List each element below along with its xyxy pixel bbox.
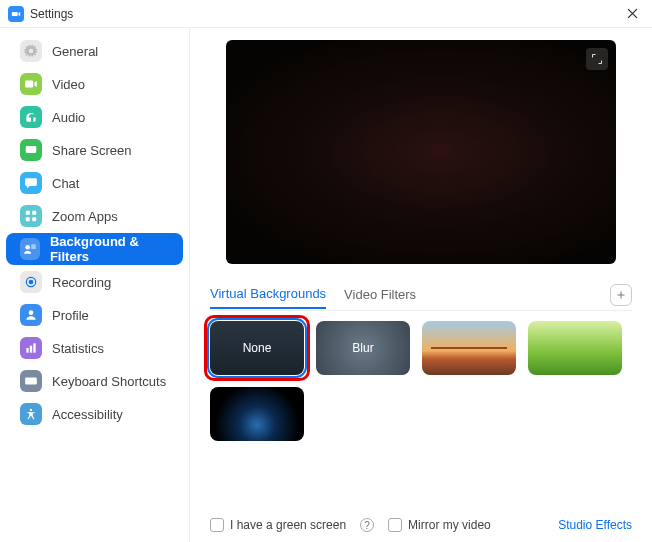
close-icon[interactable] — [620, 2, 644, 26]
checkbox-box-icon — [388, 518, 402, 532]
main-panel: Virtual BackgroundsVideo Filters NoneBlu… — [190, 28, 652, 542]
zoom-app-icon — [8, 6, 24, 22]
add-background-button[interactable] — [610, 284, 632, 306]
keyboard-shortcuts-icon — [20, 370, 42, 392]
tab-video-filters[interactable]: Video Filters — [344, 287, 416, 308]
sidebar-item-keyboard-shortcuts[interactable]: Keyboard Shortcuts — [6, 365, 183, 397]
video-icon — [20, 73, 42, 95]
bottom-bar: I have a green screen ? Mirror my video … — [210, 506, 632, 532]
sidebar-item-label: Share Screen — [52, 143, 132, 158]
sidebar-item-statistics[interactable]: Statistics — [6, 332, 183, 364]
background-option-bridge[interactable] — [422, 321, 516, 375]
green-screen-checkbox[interactable]: I have a green screen — [210, 518, 346, 532]
svg-rect-17 — [34, 379, 35, 380]
svg-rect-18 — [28, 382, 34, 383]
background-option-none[interactable]: None — [210, 321, 304, 375]
statistics-icon — [20, 337, 42, 359]
background-filters-icon — [20, 238, 40, 260]
tabs: Virtual BackgroundsVideo Filters — [210, 284, 632, 311]
svg-point-8 — [29, 280, 33, 284]
svg-point-5 — [25, 245, 30, 250]
background-option-grass[interactable] — [528, 321, 622, 375]
sidebar-item-audio[interactable]: Audio — [6, 101, 183, 133]
svg-rect-3 — [26, 217, 30, 221]
svg-point-19 — [30, 409, 32, 411]
profile-icon — [20, 304, 42, 326]
accessibility-icon — [20, 403, 42, 425]
window-title: Settings — [30, 7, 73, 21]
sidebar-item-label: Chat — [52, 176, 79, 191]
share-screen-icon — [20, 139, 42, 161]
svg-rect-4 — [32, 217, 36, 221]
svg-point-9 — [29, 310, 34, 315]
background-option-label: None — [243, 341, 272, 355]
sidebar-item-video[interactable]: Video — [6, 68, 183, 100]
sidebar-item-general[interactable]: General — [6, 35, 183, 67]
recording-icon — [20, 271, 42, 293]
sidebar-item-background-filters[interactable]: Background & Filters — [6, 233, 183, 265]
background-option-label: Blur — [352, 341, 373, 355]
sidebar-item-label: Video — [52, 77, 85, 92]
zoom-apps-icon — [20, 205, 42, 227]
background-option-earth[interactable] — [210, 387, 304, 441]
sidebar-item-label: Background & Filters — [50, 234, 169, 264]
svg-rect-6 — [31, 244, 36, 249]
svg-rect-13 — [25, 378, 37, 385]
checkbox-box-icon — [210, 518, 224, 532]
svg-rect-16 — [32, 379, 33, 380]
svg-rect-12 — [33, 343, 35, 352]
sidebar-item-label: Zoom Apps — [52, 209, 118, 224]
sidebar-item-label: Accessibility — [52, 407, 123, 422]
sidebar-item-accessibility[interactable]: Accessibility — [6, 398, 183, 430]
sidebar-item-label: Keyboard Shortcuts — [52, 374, 166, 389]
sidebar: GeneralVideoAudioShare ScreenChatZoom Ap… — [0, 28, 190, 542]
sidebar-item-label: Statistics — [52, 341, 104, 356]
mirror-video-label: Mirror my video — [408, 518, 491, 532]
svg-rect-14 — [27, 379, 28, 380]
sidebar-item-label: General — [52, 44, 98, 59]
help-icon[interactable]: ? — [360, 518, 374, 532]
svg-rect-11 — [30, 346, 32, 353]
tab-virtual-backgrounds[interactable]: Virtual Backgrounds — [210, 286, 326, 309]
svg-rect-1 — [26, 211, 30, 215]
background-grid: NoneBlur — [210, 321, 632, 441]
svg-rect-10 — [26, 348, 28, 353]
titlebar: Settings — [0, 0, 652, 28]
svg-rect-2 — [32, 211, 36, 215]
chat-icon — [20, 172, 42, 194]
mirror-video-checkbox[interactable]: Mirror my video — [388, 518, 491, 532]
general-icon — [20, 40, 42, 62]
video-preview — [226, 40, 616, 264]
sidebar-item-label: Audio — [52, 110, 85, 125]
sidebar-item-chat[interactable]: Chat — [6, 167, 183, 199]
studio-effects-link[interactable]: Studio Effects — [558, 518, 632, 532]
audio-icon — [20, 106, 42, 128]
expand-preview-icon[interactable] — [586, 48, 608, 70]
svg-rect-15 — [29, 379, 30, 380]
background-option-blur[interactable]: Blur — [316, 321, 410, 375]
sidebar-item-share-screen[interactable]: Share Screen — [6, 134, 183, 166]
green-screen-label: I have a green screen — [230, 518, 346, 532]
sidebar-item-label: Recording — [52, 275, 111, 290]
sidebar-item-label: Profile — [52, 308, 89, 323]
sidebar-item-profile[interactable]: Profile — [6, 299, 183, 331]
sidebar-item-recording[interactable]: Recording — [6, 266, 183, 298]
sidebar-item-zoom-apps[interactable]: Zoom Apps — [6, 200, 183, 232]
